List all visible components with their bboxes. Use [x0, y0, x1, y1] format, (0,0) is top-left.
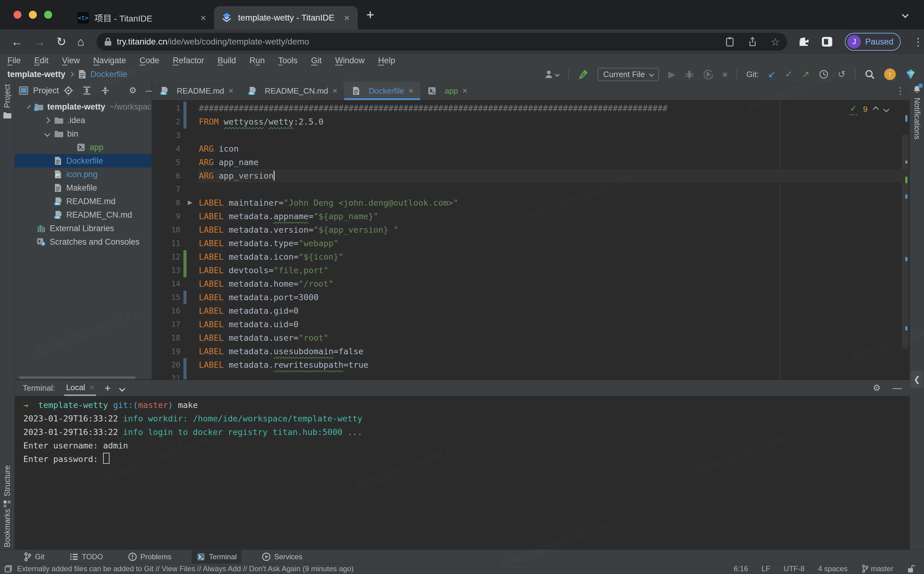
- minimize-terminal-icon[interactable]: —: [893, 383, 902, 393]
- clipboard-icon[interactable]: [725, 36, 734, 47]
- close-editor-tab-icon[interactable]: ×: [333, 86, 338, 96]
- terminal-output[interactable]: → template-wetty git:(master) make2023-0…: [15, 396, 910, 550]
- project-horizontal-scrollbar[interactable]: [19, 376, 135, 379]
- tree-item-bin[interactable]: bin: [15, 127, 152, 140]
- terminal-sessions-chevron-icon[interactable]: [120, 383, 124, 393]
- stop-button[interactable]: ■: [723, 70, 728, 78]
- menu-file[interactable]: File: [7, 56, 21, 65]
- git-update-icon[interactable]: ↙: [768, 70, 776, 79]
- share-icon[interactable]: [748, 36, 757, 47]
- tree-item-readme-cn-md[interactable]: MDREADME_CN.md: [15, 208, 152, 222]
- status-message[interactable]: Externally added files can be added to G…: [17, 565, 354, 573]
- close-tab-icon[interactable]: ×: [200, 12, 206, 24]
- close-editor-tab-icon[interactable]: ×: [408, 86, 413, 96]
- menu-code[interactable]: Code: [140, 56, 160, 65]
- zoom-window-button[interactable]: [44, 11, 52, 19]
- update-available-icon[interactable]: ↑: [884, 68, 896, 80]
- tree-item-makefile[interactable]: Makefile: [15, 181, 152, 195]
- tool-window-button-git[interactable]: Git: [19, 550, 49, 564]
- file-encoding[interactable]: UTF-8: [784, 565, 805, 573]
- minimize-window-button[interactable]: [29, 11, 37, 19]
- tree-item-scratches-and-consoles[interactable]: Scratches and Consoles: [15, 235, 152, 249]
- close-editor-tab-icon[interactable]: ×: [229, 86, 233, 96]
- prev-problem-icon[interactable]: [873, 106, 879, 112]
- caret-position[interactable]: 6:16: [734, 565, 748, 573]
- collapse-all-icon[interactable]: [101, 86, 110, 95]
- menu-git[interactable]: Git: [311, 56, 322, 65]
- menu-window[interactable]: Window: [335, 56, 365, 65]
- tool-window-button-todo[interactable]: TODO: [65, 550, 108, 564]
- tool-window-button-services[interactable]: Services: [257, 550, 307, 564]
- editor-tab-app[interactable]: app×: [420, 82, 474, 100]
- close-tab-icon[interactable]: ×: [344, 12, 350, 24]
- inspections-widget[interactable]: ✓ 9: [850, 103, 888, 115]
- url-bar[interactable]: try.titanide.cn/ide/web/coding/template-…: [97, 33, 787, 50]
- git-push-icon[interactable]: ↗: [802, 70, 809, 79]
- menu-navigate[interactable]: Navigate: [93, 56, 126, 65]
- tree-item-readme-md[interactable]: MDREADME.md: [15, 195, 152, 208]
- tab-search-chevron-icon[interactable]: [900, 10, 910, 21]
- tree-item-external-libraries[interactable]: External Libraries: [15, 222, 152, 235]
- browser-tab-0[interactable]: <t>项目 - TitanIDE×: [71, 6, 214, 30]
- breadcrumb-file[interactable]: Dockerfile: [91, 70, 127, 79]
- code-editor[interactable]: ✓ 9 1###################################…: [152, 100, 910, 381]
- run-configuration-select[interactable]: Current File: [597, 68, 659, 81]
- menu-refactor[interactable]: Refactor: [173, 56, 204, 65]
- build-hammer-icon[interactable]: [578, 69, 588, 79]
- reload-button[interactable]: ↻: [57, 35, 66, 49]
- browser-menu-icon[interactable]: ⋮: [913, 36, 924, 48]
- breadcrumb-project[interactable]: template-wetty: [7, 70, 65, 79]
- settings-gear-icon[interactable]: ⚙: [129, 86, 137, 95]
- git-commit-icon[interactable]: ✓: [785, 70, 793, 79]
- tree-item-app[interactable]: app: [15, 140, 152, 154]
- close-window-button[interactable]: [14, 11, 22, 19]
- tree-item-template-wetty[interactable]: template-wetty~/workspace: [15, 100, 152, 114]
- tool-button-project[interactable]: Project: [0, 84, 14, 119]
- menu-help[interactable]: Help: [378, 56, 395, 65]
- indent-setting[interactable]: 4 spaces: [818, 565, 848, 573]
- terminal-settings-gear-icon[interactable]: ⚙: [873, 384, 880, 392]
- git-branch-widget[interactable]: master: [861, 565, 893, 573]
- unlocked-padlock-icon[interactable]: [907, 565, 915, 573]
- menu-edit[interactable]: Edit: [35, 56, 49, 65]
- side-panel-icon[interactable]: [822, 36, 833, 47]
- line-ending[interactable]: LF: [762, 565, 770, 573]
- browser-tab-1[interactable]: template-wetty - TitanIDE×: [214, 6, 358, 30]
- tree-item-icon-png[interactable]: icon.png: [15, 167, 152, 181]
- bookmark-star-icon[interactable]: ☆: [771, 36, 780, 48]
- tree-item--idea[interactable]: .idea: [15, 114, 152, 127]
- menu-tools[interactable]: Tools: [278, 56, 298, 65]
- profile-button[interactable]: J Paused: [845, 33, 901, 50]
- profile-settings-icon[interactable]: [544, 69, 559, 79]
- menu-build[interactable]: Build: [217, 56, 236, 65]
- editor-tab-dockerfile[interactable]: Dockerfile×: [344, 82, 420, 100]
- menu-view[interactable]: View: [62, 56, 80, 65]
- project-panel-title[interactable]: Project: [33, 86, 59, 95]
- tab-options-icon[interactable]: ⋮: [896, 85, 905, 96]
- editor-scrollbar[interactable]: [902, 134, 909, 349]
- tree-chevron-right-icon[interactable]: [44, 117, 50, 123]
- run-coverage-icon[interactable]: [703, 69, 713, 79]
- tool-button-notifications[interactable]: Notifications: [910, 85, 924, 139]
- tree-chevron-down-icon[interactable]: [27, 105, 31, 109]
- back-button[interactable]: ←: [11, 35, 23, 49]
- terminal-tab-local[interactable]: Local ×: [66, 381, 94, 395]
- debug-bug-icon[interactable]: [684, 69, 694, 79]
- editor-tab-readme-md[interactable]: MDREADME.md×: [152, 82, 240, 100]
- status-window-icon[interactable]: [4, 565, 12, 573]
- editor-tab-readme-cn-md[interactable]: MDREADME_CN.md×: [240, 82, 344, 100]
- forward-button[interactable]: →: [34, 35, 46, 49]
- history-clock-icon[interactable]: [819, 69, 828, 79]
- tool-button-structure[interactable]: Structure: [0, 465, 14, 508]
- extensions-puzzle-icon[interactable]: [798, 36, 809, 47]
- fold-arrow-icon[interactable]: ▶: [188, 199, 192, 206]
- hide-stripe-chevron-icon[interactable]: ❮: [910, 371, 923, 388]
- menu-run[interactable]: Run: [250, 56, 265, 65]
- new-tab-button[interactable]: +: [366, 7, 374, 22]
- tree-item-dockerfile[interactable]: Dockerfile: [15, 154, 152, 167]
- expand-all-icon[interactable]: [82, 86, 91, 95]
- locate-file-icon[interactable]: [64, 86, 73, 95]
- search-everywhere-icon[interactable]: [864, 69, 875, 79]
- next-problem-icon[interactable]: [883, 106, 889, 112]
- close-editor-tab-icon[interactable]: ×: [462, 86, 467, 96]
